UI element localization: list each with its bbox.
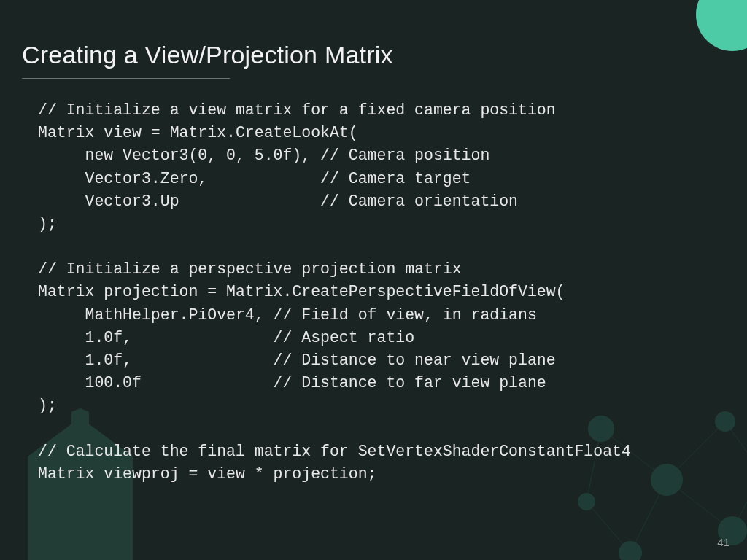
svg-point-18 xyxy=(619,541,642,560)
svg-line-13 xyxy=(587,502,630,553)
svg-rect-3 xyxy=(41,509,57,535)
page-number: 41 xyxy=(717,536,729,548)
slide-title: Creating a View/Projection Matrix xyxy=(22,41,725,69)
svg-rect-4 xyxy=(67,509,83,535)
svg-rect-5 xyxy=(93,509,109,535)
code-block: // Initialize a view matrix for a fixed … xyxy=(22,99,725,486)
title-underline xyxy=(22,78,230,79)
svg-rect-6 xyxy=(63,544,98,560)
slide-content: Creating a View/Projection Matrix // Ini… xyxy=(0,0,747,508)
